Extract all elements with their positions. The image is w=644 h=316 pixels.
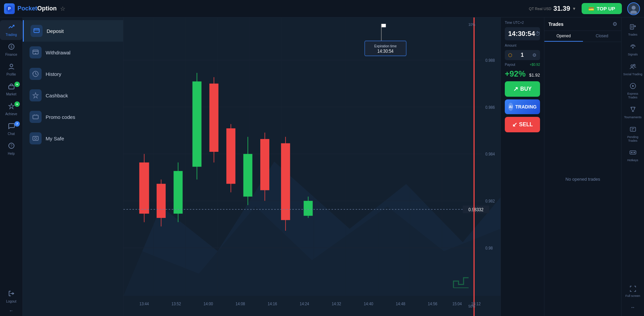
chat-badge: 7 bbox=[14, 121, 20, 127]
favorite-icon[interactable]: ☆ bbox=[60, 5, 65, 12]
svg-text:0.982: 0.982 bbox=[485, 199, 495, 204]
payout-label: Payout bbox=[505, 63, 515, 66]
market-badge: ● bbox=[14, 82, 20, 87]
tab-closed[interactable]: Closed bbox=[583, 31, 622, 42]
svg-rect-12 bbox=[34, 29, 39, 33]
svg-text:0.988: 0.988 bbox=[485, 58, 495, 63]
amount-box[interactable]: ⬡ 1 ⚙ bbox=[505, 50, 540, 60]
svg-rect-7 bbox=[9, 86, 14, 89]
svg-text:0.986: 0.986 bbox=[485, 105, 495, 110]
payout-pct: +92% bbox=[505, 69, 526, 79]
amount-settings-icon[interactable]: ⚙ bbox=[532, 52, 537, 58]
trades-header: Trades ⚙ bbox=[544, 17, 621, 31]
svg-rect-58 bbox=[304, 201, 313, 216]
svg-text:0.984: 0.984 bbox=[485, 152, 495, 157]
menu-item-safe[interactable]: My Safe bbox=[23, 128, 123, 149]
market-icon bbox=[8, 83, 15, 91]
sidebar-item-trades[interactable]: Trades bbox=[622, 20, 644, 40]
profile-icon bbox=[8, 63, 15, 72]
sidebar-item-finance[interactable]: $ Finance bbox=[0, 40, 22, 60]
menu-item-promo[interactable]: Promo codes bbox=[23, 106, 123, 128]
sidebar-label-finance: Finance bbox=[5, 53, 17, 56]
sidebar-label-chat: Chat bbox=[8, 132, 15, 136]
menu-label-cashback: Cashback bbox=[46, 93, 68, 98]
sell-button[interactable]: ↙ SELL bbox=[505, 117, 540, 132]
sidebar-label-profile: Profile bbox=[6, 73, 16, 76]
hotkeys-icon bbox=[630, 149, 636, 157]
right-icon-sidebar: Trades Signals Social Trading Express Tr… bbox=[621, 17, 644, 316]
sidebar-item-pending-trades[interactable]: Pending Trades bbox=[622, 123, 644, 146]
sidebar-item-social-trading[interactable]: Social Trading bbox=[622, 60, 644, 80]
menu-item-history[interactable]: History bbox=[23, 63, 123, 85]
chart-area: 0.98332 Expiration time 14:30:54 10% 50%… bbox=[123, 17, 500, 316]
svg-rect-42 bbox=[157, 184, 166, 218]
svg-text:0.98: 0.98 bbox=[485, 245, 493, 251]
finance-icon: $ bbox=[8, 43, 15, 52]
ai-icon: AI bbox=[508, 103, 513, 111]
sidebar-item-signals[interactable]: Signals bbox=[622, 40, 644, 60]
sidebar-item-tournaments[interactable]: Tournaments bbox=[622, 103, 644, 123]
sidebar-item-arrows[interactable]: ↔ bbox=[622, 301, 644, 313]
sidebar-item-achievements[interactable]: ● Achieve bbox=[0, 99, 22, 119]
sidebar-label-trading: Trading bbox=[6, 33, 17, 37]
svg-rect-48 bbox=[209, 84, 218, 152]
sidebar-item-help[interactable]: ? Help bbox=[0, 139, 22, 159]
logo-text: PocketOption bbox=[17, 5, 57, 12]
menu-item-withdrawal[interactable]: Withdrawal bbox=[23, 42, 123, 63]
arrows-icon: ↔ bbox=[631, 305, 635, 310]
sidebar-item-hotkeys[interactable]: Hotkeys bbox=[622, 146, 644, 166]
svg-rect-40 bbox=[139, 163, 149, 214]
buy-button[interactable]: ↗ BUY bbox=[505, 81, 540, 97]
topbar: P PocketOption ☆ QT Real USD 31.39 ▼ 💳 T… bbox=[0, 0, 644, 17]
amount-label: Amount bbox=[505, 44, 540, 47]
svg-text:0.98332: 0.98332 bbox=[469, 207, 484, 212]
svg-point-6 bbox=[10, 64, 13, 67]
sidebar-item-market[interactable]: ● Market bbox=[0, 80, 22, 99]
sidebar-item-express-trades[interactable]: Express Trades bbox=[622, 79, 644, 103]
topup-button[interactable]: 💳 TOP UP bbox=[582, 3, 622, 14]
withdrawal-icon bbox=[30, 46, 42, 58]
sidebar-item-fullscreen[interactable]: Full screen bbox=[622, 282, 644, 301]
logo[interactable]: P PocketOption bbox=[4, 3, 57, 14]
time-utc-label: Time UTC+2 bbox=[505, 21, 540, 25]
svg-rect-50 bbox=[226, 128, 235, 184]
balance-row: 31.39 ▼ bbox=[553, 5, 576, 12]
menu-item-cashback[interactable]: Cashback bbox=[23, 85, 123, 106]
buy-arrow-icon: ↗ bbox=[513, 85, 518, 93]
collapse-icon[interactable]: ← bbox=[9, 308, 14, 313]
menu-item-deposit[interactable]: Deposit bbox=[23, 20, 123, 42]
ai-trading-button[interactable]: AI TRADING bbox=[505, 99, 540, 114]
fullscreen-label: Full screen bbox=[625, 294, 640, 298]
sidebar-label-signals: Signals bbox=[628, 53, 638, 56]
avatar[interactable] bbox=[627, 2, 640, 15]
coin-icon: ⬡ bbox=[508, 52, 512, 58]
deposit-icon bbox=[31, 25, 43, 37]
svg-rect-103 bbox=[631, 152, 632, 153]
svg-point-21 bbox=[35, 137, 37, 139]
svg-marker-96 bbox=[632, 85, 634, 87]
topbar-left: P PocketOption ☆ bbox=[4, 3, 65, 14]
sidebar-label-hotkeys: Hotkeys bbox=[627, 159, 638, 162]
payout-value: +$0.92 bbox=[530, 63, 540, 66]
svg-point-93 bbox=[631, 65, 633, 67]
sidebar-item-trading[interactable]: Trading bbox=[0, 20, 22, 40]
sidebar-item-chat[interactable]: 7 Chat bbox=[0, 119, 22, 139]
no-trades-message: No opened trades bbox=[544, 42, 621, 316]
sidebar-label-social-trading: Social Trading bbox=[623, 73, 642, 76]
achievements-badge: ● bbox=[14, 101, 20, 107]
svg-text:?: ? bbox=[10, 144, 12, 148]
logout-item[interactable]: Logout bbox=[0, 287, 22, 307]
svg-text:13:44: 13:44 bbox=[140, 302, 149, 307]
svg-point-94 bbox=[633, 64, 635, 66]
express-trades-icon bbox=[630, 83, 636, 91]
sidebar-item-profile[interactable]: Profile bbox=[0, 60, 22, 80]
menu-label-safe: My Safe bbox=[46, 136, 64, 141]
balance-dropdown-icon[interactable]: ▼ bbox=[572, 6, 576, 11]
pending-trades-icon bbox=[630, 126, 636, 134]
brand-logo-watermark bbox=[450, 274, 470, 292]
svg-point-92 bbox=[632, 47, 634, 48]
tab-opened[interactable]: Opened bbox=[544, 31, 583, 42]
svg-rect-44 bbox=[173, 171, 182, 214]
svg-text:$: $ bbox=[10, 45, 12, 49]
trades-settings-icon[interactable]: ⚙ bbox=[612, 21, 617, 27]
